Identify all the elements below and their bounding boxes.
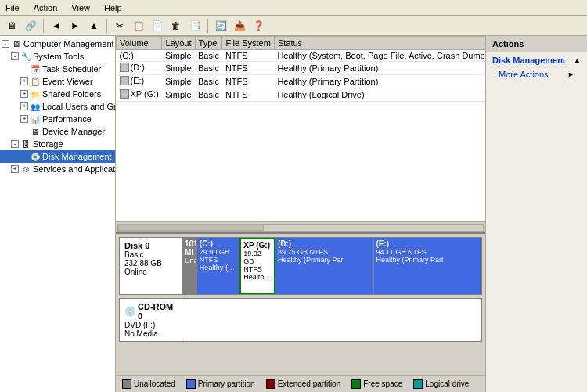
partition-c-size: 29.90 GB NTFS xyxy=(200,248,236,264)
cell-status-1: Healthy (Primary Partition) xyxy=(274,62,485,75)
menu-file[interactable]: File xyxy=(3,2,22,13)
partition-c-status: Healthy (System, B xyxy=(200,264,236,272)
cell-type-2: Basic xyxy=(195,75,222,88)
tree-disk-management-label: Disk Management xyxy=(42,152,112,161)
toolbar-btn-help[interactable]: ❓ xyxy=(250,17,267,34)
toolbar-btn-copy[interactable]: 📋 xyxy=(130,17,147,34)
tree-item-task-scheduler[interactable]: 📅 Task Scheduler xyxy=(0,63,115,75)
disk-0-unallocated[interactable]: 101 Mi Unallo xyxy=(182,238,197,294)
toolbar-btn-back[interactable]: ◄ xyxy=(48,17,65,34)
partition-e-label: (E:) xyxy=(376,239,478,248)
col-volume[interactable]: Volume xyxy=(117,37,162,50)
disk-0-partition-c[interactable]: (C:) 29.90 GB NTFS Healthy (System, B xyxy=(197,238,239,294)
actions-header: Actions xyxy=(486,36,587,52)
tree-item-shared-folders[interactable]: + 📁 Shared Folders xyxy=(0,88,115,100)
cell-layout-1: Simple xyxy=(162,62,195,75)
partition-c-label: (C:) xyxy=(200,239,236,248)
scroll-track[interactable] xyxy=(117,224,484,232)
toolbar-separator-2 xyxy=(106,19,107,33)
tree-shared-folders-expand[interactable]: + xyxy=(20,90,28,98)
legend-unallocated: Unallocated xyxy=(122,379,175,389)
partition-e-status: Healthy (Primary Part xyxy=(376,256,478,264)
col-type[interactable]: Type xyxy=(195,37,222,50)
menu-action[interactable]: Action xyxy=(31,2,60,13)
table-scrollbar[interactable] xyxy=(116,221,485,232)
tree-task-scheduler-label: Task Scheduler xyxy=(42,64,101,74)
cell-layout-2: Simple xyxy=(162,75,195,88)
toolbar-btn-paste[interactable]: 📄 xyxy=(149,17,166,34)
tree-item-disk-management[interactable]: 💽 Disk Management xyxy=(0,150,115,163)
disk-table: Volume Layout Type File System Status Ca… xyxy=(116,36,485,102)
table-scroll[interactable]: Volume Layout Type File System Status Ca… xyxy=(116,36,485,221)
menu-help[interactable]: Help xyxy=(102,2,124,13)
disk-cdrom-type: DVD (F:) xyxy=(124,321,177,329)
actions-more-link[interactable]: More Actions ► xyxy=(486,68,587,81)
disk-management-icon: 💽 xyxy=(30,151,41,162)
legend-free: Free space xyxy=(351,379,402,389)
disk-icon-d xyxy=(120,63,129,72)
disk-0-row: Disk 0 Basic 232.88 GB Online 101 Mi Una… xyxy=(119,237,482,295)
system-tools-icon: 🔧 xyxy=(20,51,31,62)
tree-performance-expand[interactable]: + xyxy=(20,115,28,123)
tree-item-device-manager[interactable]: 🖥 Device Manager xyxy=(0,125,115,138)
cell-fs-3: NTFS xyxy=(222,88,274,102)
tree-system-tools-expand[interactable]: - xyxy=(11,52,19,60)
event-viewer-icon: 📋 xyxy=(30,76,41,87)
scroll-thumb[interactable] xyxy=(118,225,264,231)
col-fs[interactable]: File System xyxy=(222,37,274,50)
tree-storage-expand[interactable]: - xyxy=(11,140,19,148)
table-row[interactable]: XP (G:) Simple Basic NTFS Healthy (Logic… xyxy=(117,88,486,102)
tree-local-users-expand[interactable]: + xyxy=(20,102,28,110)
toolbar-btn-properties[interactable]: 📑 xyxy=(186,17,203,34)
cell-type-1: Basic xyxy=(195,62,222,75)
tree-root-expand[interactable]: - xyxy=(2,40,9,48)
storage-icon: 🗄 xyxy=(20,138,31,149)
disk-icon-xp xyxy=(120,89,129,99)
disk-0-partitions: 101 Mi Unallo (C:) 29.90 GB NTFS Healthy… xyxy=(182,238,481,294)
table-row[interactable]: (D:) Simple Basic NTFS Healthy (Primary … xyxy=(117,62,486,75)
partition-d-label: (D:) xyxy=(278,239,371,248)
legend-logical-box xyxy=(413,379,423,389)
toolbar-btn-export[interactable]: 📤 xyxy=(231,17,248,34)
tree-item-services[interactable]: + ⚙ Services and Applications xyxy=(0,163,115,175)
disk-0-partition-e[interactable]: (E:) 94.11 GB NTFS Healthy (Primary Part xyxy=(374,238,481,294)
toolbar-btn-refresh[interactable]: 🔄 xyxy=(212,17,229,34)
cell-volume: (C:) xyxy=(117,50,162,62)
disk-0-partition-d[interactable]: (D:) 89.75 GB NTFS Healthy (Primary Par xyxy=(275,238,374,294)
menu-view[interactable]: View xyxy=(69,2,92,13)
tree-services-label: Services and Applications xyxy=(33,164,115,174)
legend-logical-label: Logical drive xyxy=(425,379,469,388)
toolbar-btn-up[interactable]: ▲ xyxy=(85,17,103,34)
tree-item-performance[interactable]: + 📊 Performance xyxy=(0,113,115,125)
toolbar-btn-forward[interactable]: ► xyxy=(67,17,84,34)
tree-item-event-viewer[interactable]: + 📋 Event Viewer xyxy=(0,75,115,88)
table-row[interactable]: (E:) Simple Basic NTFS Healthy (Primary … xyxy=(117,75,486,88)
table-row[interactable]: (C:) Simple Basic NTFS Healthy (System, … xyxy=(117,50,486,62)
partition-unallo-label: 101 Mi xyxy=(185,239,194,257)
tree-item-storage[interactable]: - 🗄 Storage xyxy=(0,138,115,150)
col-status[interactable]: Status xyxy=(274,37,485,50)
toolbar-separator-3 xyxy=(207,19,208,33)
disk-0-partition-xp[interactable]: XP (G:) 19.02 GB NTFS Healthy (Logical xyxy=(239,238,275,294)
cell-volume-e: (E:) xyxy=(117,75,162,88)
actions-more-label: More Actions xyxy=(499,70,549,79)
actions-disk-mgmt-arrow: ▲ xyxy=(574,56,581,64)
tree-root[interactable]: - 🖥 Computer Management (Local xyxy=(0,38,115,50)
tree-event-viewer-label: Event Viewer xyxy=(42,77,93,86)
partition-d-status: Healthy (Primary Par xyxy=(278,256,371,264)
col-layout[interactable]: Layout xyxy=(162,37,195,50)
disk-0-type: Basic xyxy=(124,250,177,259)
partition-xp-status: Healthy (Logical xyxy=(243,273,272,281)
toolbar-btn-home[interactable]: 🖥 xyxy=(3,17,20,34)
actions-disk-mgmt-section[interactable]: Disk Management ▲ xyxy=(486,52,587,68)
legend-extended-label: Extended partition xyxy=(278,379,341,388)
tree-services-expand[interactable]: + xyxy=(11,165,19,173)
toolbar-btn-delete[interactable]: 🗑 xyxy=(167,17,185,34)
partition-xp-label: XP (G:) xyxy=(243,241,272,250)
tree-event-viewer-expand[interactable]: + xyxy=(20,77,28,85)
tree-item-local-users[interactable]: + 👥 Local Users and Groups xyxy=(0,100,115,113)
cell-type-3: Basic xyxy=(195,88,222,102)
toolbar-btn-connect[interactable]: 🔗 xyxy=(22,17,39,34)
tree-item-system-tools[interactable]: - 🔧 System Tools xyxy=(0,50,115,63)
toolbar-btn-cut[interactable]: ✂ xyxy=(111,17,128,34)
